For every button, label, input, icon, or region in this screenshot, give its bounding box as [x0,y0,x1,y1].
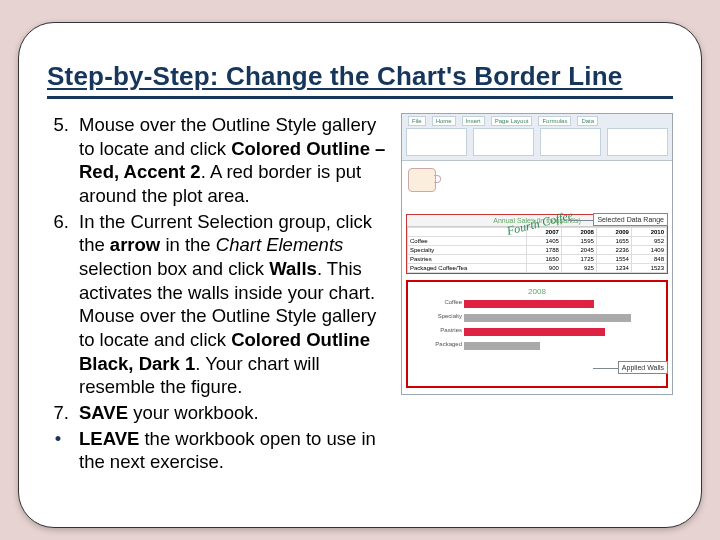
title-rule [47,96,673,99]
ribbon-group [607,128,668,156]
coffee-cup-icon [408,168,436,192]
chart-bar-row: Packaged [464,342,652,350]
ribbon-tab: File [408,116,426,126]
callout-leader [593,368,619,369]
slide-card: Step-by-Step: Change the Chart's Border … [18,22,702,528]
ribbon-tab: Home [432,116,456,126]
step-7: 7. SAVE your workbook. [47,401,393,425]
bullet-dot: • [47,427,69,474]
ribbon-tab: Insert [462,116,485,126]
ribbon-group [540,128,601,156]
ribbon-group [406,128,467,156]
step-body: SAVE your workbook. [79,401,393,425]
ribbon: FileHomeInsertPage LayoutFormulasData [402,114,672,161]
callout-applied-walls: Applied Walls [618,361,668,374]
worksheet-area: Fourth Coffee Selected Data Range Annual… [402,161,672,394]
slide-title: Step-by-Step: Change the Chart's Border … [47,61,673,92]
ribbon-groups [406,128,668,156]
step-number: 7. [47,401,69,425]
chart-bar-row: Specialty [464,314,652,322]
step-body: In the Current Selection group, click th… [79,210,393,399]
ribbon-group [473,128,534,156]
chart-bars: CoffeeSpecialtyPastriesPackaged [418,300,656,360]
ribbon-tabs: FileHomeInsertPage LayoutFormulasData [408,116,598,126]
chart-year-title: 2008 [414,288,660,296]
ribbon-tab: Page Layout [491,116,533,126]
leave-bullet: • LEAVE the workbook open to use in the … [47,427,393,474]
step-number: 5. [47,113,69,208]
chart-bar-row: Coffee [464,300,652,308]
ribbon-tab: Formulas [538,116,571,126]
step-list: 5. Mouse over the Outline Style gallery … [47,113,393,425]
step-6: 6. In the Current Selection group, click… [47,210,393,399]
step-body: Mouse over the Outline Style gallery to … [79,113,393,208]
step-5: 5. Mouse over the Outline Style gallery … [47,113,393,208]
callout-data-range: Selected Data Range [593,213,668,226]
instruction-text: 5. Mouse over the Outline Style gallery … [47,113,393,474]
content-columns: 5. Mouse over the Outline Style gallery … [47,113,673,474]
chart-bar-row: Pastries [464,328,652,336]
figure-column: FileHomeInsertPage LayoutFormulasData Fo… [401,113,673,474]
callout-leader [568,220,594,221]
excel-screenshot: FileHomeInsertPage LayoutFormulasData Fo… [401,113,673,395]
bullet-body: LEAVE the workbook open to use in the ne… [79,427,393,474]
step-number: 6. [47,210,69,399]
ribbon-tab: Data [577,116,598,126]
